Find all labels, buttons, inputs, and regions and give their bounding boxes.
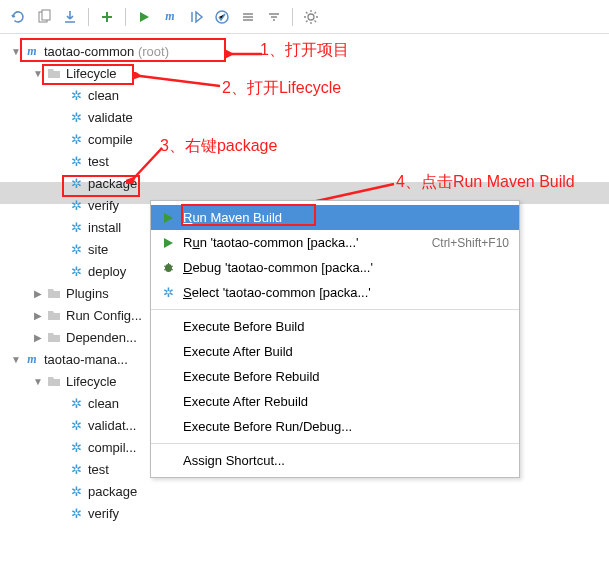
toolbar: m <box>0 0 609 34</box>
run-icon <box>157 212 179 224</box>
menu-label: Execute After Build <box>179 344 509 359</box>
run-icon[interactable] <box>134 7 154 27</box>
menu-label: Run 'taotao-common [packa...' <box>179 235 432 250</box>
menu-label: Execute Before Run/Debug... <box>179 419 509 434</box>
gear-icon: ✲ <box>68 263 84 279</box>
node-label: clean <box>88 396 119 411</box>
ctx-execute-before-run[interactable]: Execute Before Run/Debug... <box>151 414 519 439</box>
node-label: verify <box>88 198 119 213</box>
collapse-icon[interactable] <box>264 7 284 27</box>
ctx-run-config[interactable]: Run 'taotao-common [packa...' Ctrl+Shift… <box>151 230 519 255</box>
gear-icon: ✲ <box>68 461 84 477</box>
separator <box>292 8 293 26</box>
gear-icon: ✲ <box>68 417 84 433</box>
annotation-box <box>42 64 134 85</box>
annotation-arrow <box>134 72 224 92</box>
annotation-text: 2、打开Lifecycle <box>222 78 341 99</box>
node-label: install <box>88 220 121 235</box>
download-icon[interactable] <box>60 7 80 27</box>
svg-point-4 <box>165 264 172 272</box>
ctx-execute-after-build[interactable]: Execute After Build <box>151 339 519 364</box>
folder-icon <box>46 329 62 345</box>
gear-icon: ✲ <box>68 219 84 235</box>
context-menu: Run Maven Build Run 'taotao-common [pack… <box>150 200 520 478</box>
gear-icon: ✲ <box>68 241 84 257</box>
menu-label: Select 'taotao-common [packa...' <box>179 285 509 300</box>
svg-line-7 <box>134 148 162 178</box>
skip-tests-icon[interactable] <box>186 7 206 27</box>
expand-icon[interactable]: ▼ <box>10 354 22 365</box>
collapse-icon[interactable]: ▶ <box>32 332 44 343</box>
tree-node-goal-verify[interactable]: ✲verify <box>6 502 609 524</box>
annotation-text: 4、点击Run Maven Build <box>396 172 575 193</box>
node-label: site <box>88 242 108 257</box>
node-label: deploy <box>88 264 126 279</box>
annotation-text: 1、打开项目 <box>260 40 349 61</box>
annotation-arrow <box>126 144 166 184</box>
ctx-execute-before-build[interactable]: Execute Before Build <box>151 314 519 339</box>
tree-node-goal-test[interactable]: ✲test <box>6 150 609 172</box>
gear-icon: ✲ <box>68 439 84 455</box>
separator <box>151 443 519 444</box>
ctx-debug-config[interactable]: Debug 'taotao-common [packa...' <box>151 255 519 280</box>
node-label: Lifecycle <box>66 374 117 389</box>
expand-icon[interactable]: ▼ <box>32 376 44 387</box>
menu-label: Run Maven Build <box>179 210 509 225</box>
node-label: compil... <box>88 440 136 455</box>
node-label: Plugins <box>66 286 109 301</box>
folder-icon <box>46 373 62 389</box>
copy-icon[interactable] <box>34 7 54 27</box>
refresh-icon[interactable] <box>8 7 28 27</box>
maven-icon[interactable]: m <box>160 7 180 27</box>
menu-label: Execute Before Rebuild <box>179 369 509 384</box>
gear-icon: ✲ <box>68 483 84 499</box>
menu-label: Execute Before Build <box>179 319 509 334</box>
ctx-run-maven-build[interactable]: Run Maven Build <box>151 205 519 230</box>
node-label: test <box>88 154 109 169</box>
collapse-icon[interactable]: ▶ <box>32 310 44 321</box>
gear-icon: ✲ <box>68 197 84 213</box>
node-label: validate <box>88 110 133 125</box>
gear-icon: ✲ <box>68 131 84 147</box>
tree-node-goal-package[interactable]: ✲package <box>6 480 609 502</box>
svg-line-6 <box>140 76 220 86</box>
svg-rect-1 <box>42 10 50 20</box>
gear-icon: ✲ <box>157 285 179 300</box>
annotation-text: 3、右键package <box>160 136 277 157</box>
gear-icon: ✲ <box>68 153 84 169</box>
gear-icon: ✲ <box>68 505 84 521</box>
folder-icon <box>46 307 62 323</box>
bug-icon <box>157 261 179 274</box>
collapse-icon[interactable]: ▶ <box>32 288 44 299</box>
ctx-assign-shortcut[interactable]: Assign Shortcut... <box>151 448 519 473</box>
ctx-execute-before-rebuild[interactable]: Execute Before Rebuild <box>151 364 519 389</box>
separator <box>88 8 89 26</box>
node-label: verify <box>88 506 119 521</box>
menu-label: Assign Shortcut... <box>179 453 509 468</box>
tree-node-goal-validate[interactable]: ✲validate <box>6 106 609 128</box>
node-label: Dependen... <box>66 330 137 345</box>
tree-node-goal-compile[interactable]: ✲compile <box>6 128 609 150</box>
ctx-select-config[interactable]: ✲ Select 'taotao-common [packa...' <box>151 280 519 305</box>
expand-icon[interactable] <box>238 7 258 27</box>
run-icon <box>157 237 179 249</box>
node-label: test <box>88 462 109 477</box>
annotation-box <box>20 38 226 62</box>
node-label: Run Config... <box>66 308 142 323</box>
svg-point-3 <box>308 14 314 20</box>
menu-label: Execute After Rebuild <box>179 394 509 409</box>
folder-icon <box>46 285 62 301</box>
separator <box>125 8 126 26</box>
offline-icon[interactable] <box>212 7 232 27</box>
gear-icon: ✲ <box>68 109 84 125</box>
separator <box>151 309 519 310</box>
settings-icon[interactable] <box>301 7 321 27</box>
maven-module-icon: m <box>24 351 40 367</box>
node-label: taotao-mana... <box>44 352 128 367</box>
annotation-arrow <box>226 46 266 62</box>
ctx-execute-after-rebuild[interactable]: Execute After Rebuild <box>151 389 519 414</box>
node-label: validat... <box>88 418 136 433</box>
add-icon[interactable] <box>97 7 117 27</box>
node-label: package <box>88 484 137 499</box>
menu-label: Debug 'taotao-common [packa...' <box>179 260 509 275</box>
